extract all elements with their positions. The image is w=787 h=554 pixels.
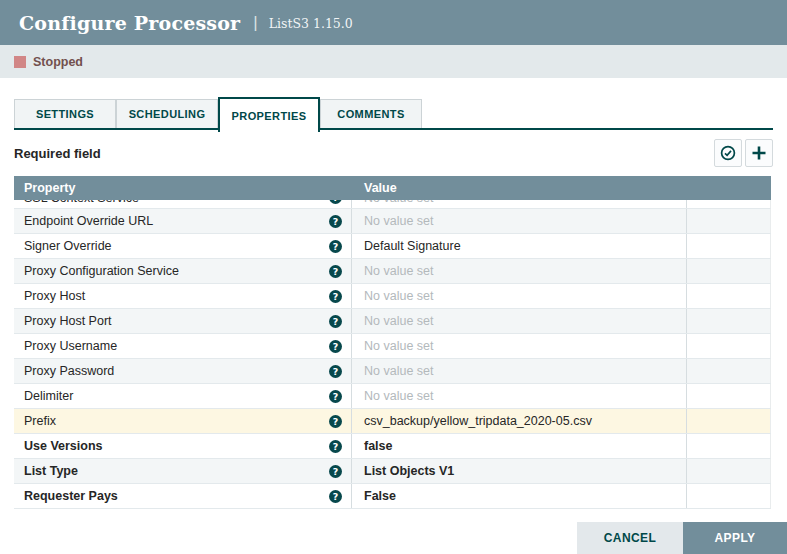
property-name: SSL Context Service bbox=[24, 200, 139, 205]
property-cell: SSL Context Service ? bbox=[14, 200, 352, 209]
property-value: No value set bbox=[364, 200, 433, 205]
extra-cell bbox=[687, 434, 771, 458]
property-cell: Proxy Configuration Service ? bbox=[14, 259, 352, 283]
cancel-button[interactable]: CANCEL bbox=[577, 522, 683, 554]
property-name: List Type bbox=[24, 464, 78, 478]
value-cell[interactable]: List Objects V1 bbox=[352, 459, 687, 483]
table-row[interactable]: Prefix ? csv_backup/yellow_tripdata_2020… bbox=[14, 409, 771, 434]
title-separator: | bbox=[253, 13, 257, 33]
column-header-property: Property bbox=[14, 181, 352, 195]
property-name: Proxy Configuration Service bbox=[24, 264, 179, 278]
processor-type-version: ListS3 1.15.0 bbox=[269, 14, 353, 31]
table-row[interactable]: Endpoint Override URL ? No value set bbox=[14, 209, 771, 234]
help-icon[interactable]: ? bbox=[329, 440, 342, 453]
help-icon[interactable]: ? bbox=[329, 340, 342, 353]
dialog-title: Configure Processor bbox=[19, 12, 240, 34]
property-cell: Requester Pays ? bbox=[14, 484, 352, 508]
value-cell[interactable]: No value set bbox=[352, 259, 687, 283]
help-icon[interactable]: ? bbox=[329, 200, 342, 204]
property-cell: Proxy Password ? bbox=[14, 359, 352, 383]
value-cell[interactable]: No value set bbox=[352, 334, 687, 358]
extra-cell bbox=[687, 284, 771, 308]
table-header-row: Property Value bbox=[14, 176, 771, 200]
help-icon[interactable]: ? bbox=[329, 265, 342, 278]
verify-properties-button[interactable] bbox=[714, 139, 742, 167]
help-icon[interactable]: ? bbox=[329, 240, 342, 253]
table-row[interactable]: Proxy Password ? No value set bbox=[14, 359, 771, 384]
table-row[interactable]: Proxy Username ? No value set bbox=[14, 334, 771, 359]
extra-cell bbox=[687, 484, 771, 508]
tab-bar: SETTINGS SCHEDULING PROPERTIES COMMENTS bbox=[14, 97, 773, 130]
table-row[interactable]: Delimiter ? No value set bbox=[14, 384, 771, 409]
table-row[interactable]: Proxy Host ? No value set bbox=[14, 284, 771, 309]
help-icon[interactable]: ? bbox=[329, 465, 342, 478]
property-cell: Prefix ? bbox=[14, 409, 352, 433]
property-cell: Signer Override ? bbox=[14, 234, 352, 258]
help-icon[interactable]: ? bbox=[329, 390, 342, 403]
property-value: No value set bbox=[364, 364, 433, 378]
value-cell[interactable]: No value set bbox=[352, 309, 687, 333]
value-cell[interactable]: No value set bbox=[352, 200, 687, 209]
tab-settings-label: SETTINGS bbox=[36, 108, 94, 120]
dialog-header: Configure Processor | ListS3 1.15.0 bbox=[0, 0, 787, 45]
table-row[interactable]: SSL Context Service ? No value set bbox=[14, 200, 771, 209]
property-cell: Proxy Host ? bbox=[14, 284, 352, 308]
value-cell[interactable]: No value set bbox=[352, 284, 687, 308]
properties-toolbar: Required field bbox=[14, 130, 773, 176]
value-cell[interactable]: False bbox=[352, 484, 687, 508]
help-icon[interactable]: ? bbox=[329, 490, 342, 503]
property-value: List Objects V1 bbox=[364, 464, 454, 478]
value-cell[interactable]: csv_backup/yellow_tripdata_2020-05.csv bbox=[352, 409, 687, 433]
property-name: Proxy Username bbox=[24, 339, 117, 353]
value-cell[interactable]: No value set bbox=[352, 209, 687, 233]
extra-cell bbox=[687, 200, 771, 209]
help-icon[interactable]: ? bbox=[329, 415, 342, 428]
value-cell[interactable]: Default Signature bbox=[352, 234, 687, 258]
table-row[interactable]: Proxy Host Port ? No value set bbox=[14, 309, 771, 334]
tab-properties-label: PROPERTIES bbox=[232, 110, 307, 122]
property-name: Proxy Host Port bbox=[24, 314, 112, 328]
stopped-state-icon bbox=[14, 56, 26, 68]
property-value: false bbox=[364, 439, 393, 453]
help-icon[interactable]: ? bbox=[329, 215, 342, 228]
add-property-button[interactable] bbox=[745, 139, 773, 167]
required-field-label: Required field bbox=[14, 146, 101, 161]
property-name: Endpoint Override URL bbox=[24, 214, 153, 228]
value-cell[interactable]: No value set bbox=[352, 359, 687, 383]
apply-button[interactable]: APPLY bbox=[683, 522, 787, 554]
value-cell[interactable]: false bbox=[352, 434, 687, 458]
tab-scheduling[interactable]: SCHEDULING bbox=[116, 99, 218, 128]
check-circle-icon bbox=[720, 145, 736, 161]
table-row[interactable]: Proxy Configuration Service ? No value s… bbox=[14, 259, 771, 284]
help-icon[interactable]: ? bbox=[329, 365, 342, 378]
extra-cell bbox=[687, 234, 771, 258]
table-row[interactable]: Use Versions ? false bbox=[14, 434, 771, 459]
property-name: Requester Pays bbox=[24, 489, 118, 503]
value-cell[interactable]: No value set bbox=[352, 384, 687, 408]
extra-cell bbox=[687, 209, 771, 233]
extra-cell bbox=[687, 334, 771, 358]
tab-properties[interactable]: PROPERTIES bbox=[218, 97, 320, 132]
table-row[interactable]: List Type ? List Objects V1 bbox=[14, 459, 771, 484]
property-name: Use Versions bbox=[24, 439, 103, 453]
property-value: No value set bbox=[364, 389, 433, 403]
table-body: Endpoint Override URL ? No value set Sig… bbox=[14, 209, 771, 509]
help-icon[interactable]: ? bbox=[329, 315, 342, 328]
tab-comments[interactable]: COMMENTS bbox=[320, 99, 422, 128]
tab-settings[interactable]: SETTINGS bbox=[14, 99, 116, 128]
table-row[interactable]: Signer Override ? Default Signature bbox=[14, 234, 771, 259]
tab-comments-label: COMMENTS bbox=[337, 108, 404, 120]
extra-cell bbox=[687, 384, 771, 408]
table-row[interactable]: Requester Pays ? False bbox=[14, 484, 771, 509]
property-value: False bbox=[364, 489, 396, 503]
extra-cell bbox=[687, 409, 771, 433]
extra-cell bbox=[687, 459, 771, 483]
help-icon[interactable]: ? bbox=[329, 290, 342, 303]
dialog-actions: CANCEL APPLY bbox=[577, 522, 787, 554]
property-cell: Delimiter ? bbox=[14, 384, 352, 408]
configure-processor-dialog: Configure Processor | ListS3 1.15.0 Stop… bbox=[0, 0, 787, 554]
property-value: No value set bbox=[364, 289, 433, 303]
column-header-value: Value bbox=[352, 181, 687, 195]
table-row-clipped: SSL Context Service ? No value set bbox=[14, 200, 771, 209]
property-value: No value set bbox=[364, 314, 433, 328]
